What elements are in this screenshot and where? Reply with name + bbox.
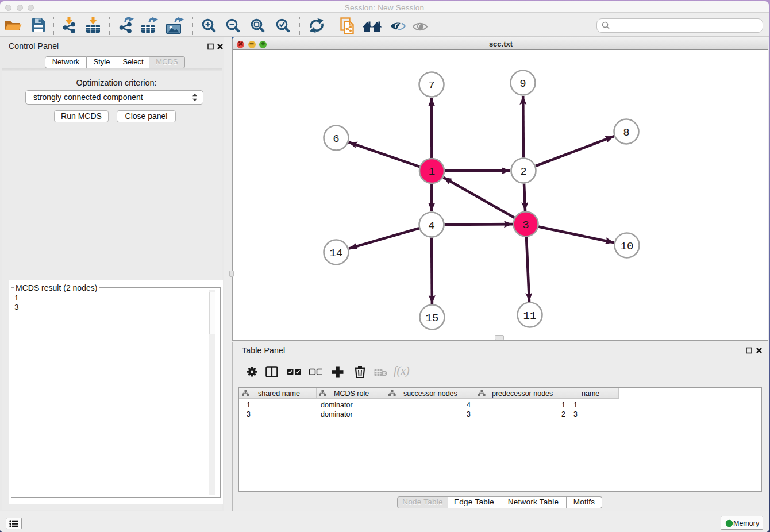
svg-text:15: 15	[425, 312, 438, 325]
svg-text:11: 11	[523, 310, 536, 322]
svg-text:2: 2	[520, 165, 526, 178]
svg-text:10: 10	[620, 240, 633, 253]
svg-text:14: 14	[329, 247, 342, 260]
svg-text:9: 9	[519, 78, 526, 90]
svg-text:4: 4	[428, 219, 434, 232]
svg-text:3: 3	[522, 219, 529, 232]
svg-text:6: 6	[333, 133, 339, 145]
svg-text:7: 7	[428, 79, 434, 92]
svg-text:1: 1	[428, 165, 434, 178]
svg-text:8: 8	[623, 126, 629, 139]
